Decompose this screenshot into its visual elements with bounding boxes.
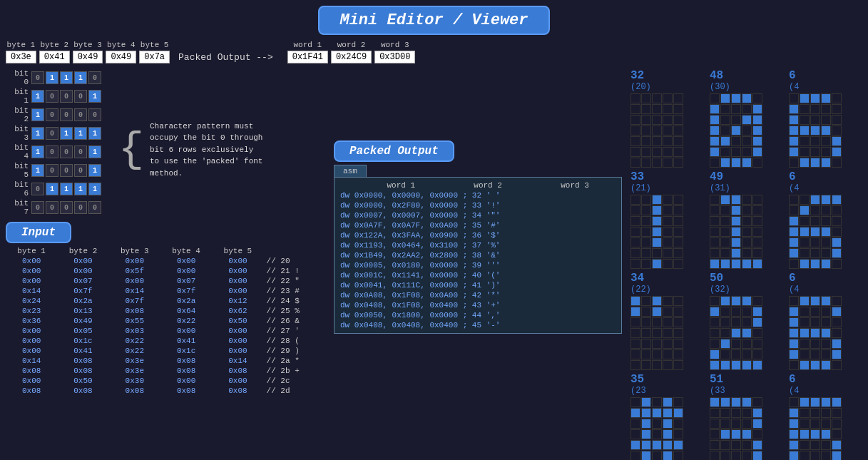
input-cell: 0x05 xyxy=(57,326,108,336)
char-pixel xyxy=(810,307,820,317)
bit-cell: 0 xyxy=(31,71,44,84)
char-pixel xyxy=(663,296,673,306)
char-pixel xyxy=(663,104,673,114)
table-row: dw 0x122A, 0x3FAA, 0x0900 ; 36 '$' xyxy=(337,230,618,240)
char-pixel xyxy=(832,397,842,407)
input-cell: 0x50 xyxy=(57,376,108,386)
char-pixel xyxy=(720,408,730,418)
char-pixel xyxy=(789,237,799,247)
char-pixel xyxy=(752,126,762,136)
bit-cell: 1 xyxy=(88,145,101,158)
bit-annotation: { Character pattern must occupy the bit … xyxy=(118,69,264,216)
byte-label: byte 1 xyxy=(7,41,36,49)
bit-cell: 1 xyxy=(60,127,73,140)
char-pixel xyxy=(710,147,720,157)
char-pixel xyxy=(731,408,741,418)
bit-cell: 1 xyxy=(88,127,101,140)
char-pixel xyxy=(630,307,640,317)
char-pixel xyxy=(800,248,810,258)
table-row: dw 0x0050, 0x1800, 0x0000 ; 44 ',' xyxy=(337,310,618,320)
char-pixel xyxy=(821,104,831,114)
bit-cell: 1 xyxy=(60,183,73,195)
output-col-header: word 2 xyxy=(444,180,531,190)
input-cell: 0x00 xyxy=(6,336,57,346)
char-sub: (32) xyxy=(710,285,730,295)
bit-cell: 0 xyxy=(88,71,101,84)
char-pixel xyxy=(752,259,762,269)
table-row: 0x240x2a0x7f0x2a0x12// 24 $ xyxy=(6,296,322,306)
input-cell: 0x07 xyxy=(57,276,108,286)
char-pixel xyxy=(652,93,662,103)
char-pixel xyxy=(710,307,720,317)
char-pixel xyxy=(652,328,662,338)
char-pixel xyxy=(720,147,730,157)
char-sub: (22) xyxy=(630,285,651,295)
char-pixel xyxy=(663,360,673,370)
bit-cell: 1 xyxy=(88,183,101,195)
top-byte-row: byte 1 0x3ebyte 2 0x41byte 3 0x49byte 4 … xyxy=(0,38,868,66)
char-pixel xyxy=(731,126,741,136)
char-pixel xyxy=(663,408,673,418)
char-pixel xyxy=(742,205,752,215)
char-pixel xyxy=(832,93,842,103)
char-pixel xyxy=(800,158,810,168)
char-pixel xyxy=(742,136,752,146)
char-pixel xyxy=(800,115,810,125)
char-pixel xyxy=(673,93,683,103)
input-cell: 0x3e xyxy=(109,366,160,376)
char-pixel xyxy=(652,349,662,359)
char-pixel xyxy=(810,328,820,338)
char-pixel xyxy=(673,227,683,237)
char-pixel xyxy=(720,360,730,370)
bit-cell: 1 xyxy=(74,127,87,140)
char-pixel xyxy=(641,136,651,146)
char-pixel xyxy=(832,248,842,258)
input-cell: 0x30 xyxy=(109,376,160,386)
char-pixel xyxy=(673,429,683,439)
char-pixel xyxy=(742,328,752,338)
char-pixel xyxy=(663,237,673,247)
char-pixel xyxy=(742,227,752,237)
byte-value: 0x49 xyxy=(73,51,103,63)
char-sub: (4 xyxy=(789,82,799,92)
char-preview-8: 6(4 xyxy=(789,272,865,370)
char-pixel xyxy=(800,349,810,359)
byte-col-4: byte 4 0x49 xyxy=(106,41,136,63)
char-pixel xyxy=(821,216,831,226)
char-pixel xyxy=(663,451,673,460)
char-pixel xyxy=(800,328,810,338)
input-col-header: byte 1 xyxy=(6,246,57,256)
output-row-text: dw 0x0A08, 0x1F08, 0x0A00 ; 42 '*' xyxy=(337,290,618,300)
input-comment: // 2b + xyxy=(264,366,322,376)
char-pixel xyxy=(652,429,662,439)
char-pixel xyxy=(652,205,662,215)
char-pixel xyxy=(832,136,842,146)
char-pixel xyxy=(742,429,752,439)
output-row-text: dw 0x1B49, 0x2AA2, 0x2800 ; 38 '&' xyxy=(337,250,618,260)
char-pixel xyxy=(789,440,799,450)
char-pixel xyxy=(810,259,820,269)
char-pixel xyxy=(821,195,831,205)
input-cell: 0x08 xyxy=(212,366,263,376)
char-pixel xyxy=(752,93,762,103)
bit-cells: 10001 xyxy=(31,145,101,158)
char-pixel xyxy=(673,248,683,258)
char-pixel xyxy=(710,451,720,460)
input-cell: 0x00 xyxy=(160,256,212,266)
char-pixel xyxy=(663,339,673,349)
char-pixel xyxy=(710,408,720,418)
bit-row-0: bit 001110 xyxy=(6,69,101,86)
output-table: word 1word 2word 3 dw 0x0000, 0x0000, 0x… xyxy=(337,180,618,330)
asm-tab[interactable]: asm xyxy=(334,165,367,177)
char-number: 48 xyxy=(710,69,723,82)
bit-cell: 0 xyxy=(74,108,87,121)
char-pixel xyxy=(752,397,762,407)
input-cell: 0x08 xyxy=(6,386,57,396)
char-preview-0: 32(20) xyxy=(630,69,707,168)
char-pixel xyxy=(742,147,752,157)
byte-col-3: byte 3 0x49 xyxy=(73,41,103,63)
char-pixel xyxy=(663,227,673,237)
char-pixel xyxy=(720,307,730,317)
bit-cells: 00000 xyxy=(31,201,101,214)
bit-row-label: bit 3 xyxy=(6,125,29,142)
